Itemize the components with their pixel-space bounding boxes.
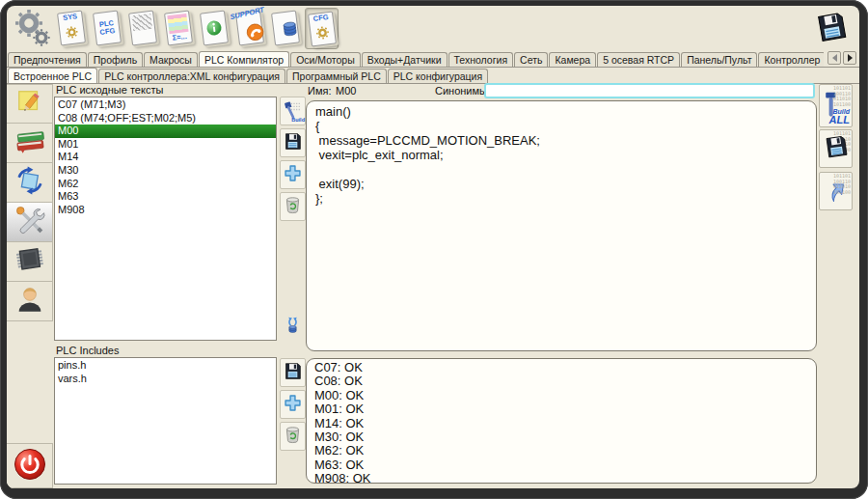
output-line: M63: OK — [314, 458, 808, 472]
trash-icon — [283, 425, 303, 449]
plc-sub-tab-bar: Встроенное PLCPLC контроллера:XML конфиг… — [7, 68, 859, 84]
source-item[interactable]: M908 — [55, 204, 276, 217]
tab[interactable]: Профиль — [88, 52, 143, 67]
plc-cfg-button[interactable]: PLC CFG — [91, 8, 124, 49]
main-toolbar: SYS PLC CFG Σ=.. — [7, 6, 859, 50]
include-item[interactable]: vars.h — [55, 373, 276, 386]
synonyms-label: Синонимы: — [435, 85, 490, 97]
build-source-button[interactable]: Build — [280, 97, 306, 125]
settings-gears-button[interactable] — [13, 8, 53, 48]
save-source-button[interactable] — [280, 128, 306, 157]
user-button[interactable] — [7, 282, 53, 321]
source-item[interactable]: C07 (M71;M3) — [55, 98, 276, 112]
build-label: Build — [291, 118, 305, 123]
notes-button[interactable] — [7, 84, 53, 124]
tab[interactable]: Входы+Датчики — [362, 52, 448, 67]
tab[interactable]: PLC Компилятор — [199, 51, 289, 67]
tab-scroll-controls — [824, 51, 859, 67]
subtab[interactable]: Встроенное PLC — [8, 68, 97, 83]
gear-icon — [64, 24, 80, 43]
person-icon — [14, 284, 45, 319]
include-item[interactable]: pins.h — [55, 359, 276, 373]
output-line: M908: OK — [314, 472, 808, 484]
save-all-button[interactable]: 101101 100110 011010 101100 — [819, 129, 853, 168]
output-line: M01: OK — [314, 402, 808, 416]
plus-icon — [283, 393, 303, 417]
tools-button[interactable] — [7, 203, 53, 242]
sys-doc-label: SYS — [58, 12, 82, 22]
output-line: M00: OK — [314, 389, 808, 402]
source-item[interactable]: M01 — [55, 138, 276, 152]
library-button[interactable] — [7, 124, 53, 163]
source-item[interactable]: M30 — [55, 164, 276, 178]
build-all-button[interactable]: 101101 100110 011010 101100 Build ALL — [819, 84, 853, 127]
subtab[interactable]: Программный PLC — [286, 69, 387, 83]
plc-sources-list[interactable]: C07 (M71;M3)C08 (M74;OFF;EST;M02;M5)M00M… — [54, 97, 277, 341]
floppy-save-icon — [283, 131, 303, 155]
hardware-button[interactable] — [7, 242, 53, 282]
db-up-arrows-icon — [283, 315, 303, 339]
save-config-button[interactable] — [809, 8, 854, 49]
delete-include-button[interactable] — [280, 422, 306, 451]
tab-scroll-left-button[interactable] — [827, 51, 841, 65]
left-sidebar — [7, 84, 53, 488]
database-button[interactable] — [269, 8, 303, 49]
plc-cfg-doc-label: PLC CFG — [95, 18, 120, 37]
add-source-button[interactable] — [280, 160, 306, 189]
tab[interactable]: Камера — [549, 52, 596, 67]
plc-sub-tabs: Встроенное PLCPLC контроллера:XML конфиг… — [8, 68, 859, 83]
output-line: C08: OK — [314, 374, 808, 388]
source-item[interactable]: M00 — [55, 125, 276, 138]
add-include-button[interactable] — [280, 390, 306, 419]
info-doc-button[interactable] — [198, 8, 231, 49]
delete-source-button[interactable] — [280, 192, 306, 221]
tab[interactable]: Панель/Пульт — [681, 52, 757, 67]
support-button[interactable]: SUPPORT — [233, 8, 267, 49]
subtab[interactable]: PLC конфигурация — [388, 69, 488, 83]
pattern-doc-button[interactable] — [126, 8, 160, 49]
sync-up-button[interactable] — [280, 312, 306, 341]
tab[interactable]: Макросы — [144, 52, 198, 67]
cfg-button[interactable]: CFG — [305, 8, 339, 49]
body-row: PLC исходные тексты C07 (M71;M3)C08 (M74… — [7, 84, 859, 488]
tab[interactable]: Сеть — [514, 52, 548, 67]
sigma-doc-icon: Σ=... — [164, 10, 193, 45]
main-tab-bar: ПредпочтенияПрофильМакросыPLC Компилятор… — [7, 50, 859, 68]
build-output[interactable]: C07: OKC08: OKM00: OKM01: OKM14: OKM30: … — [306, 358, 817, 484]
tab[interactable]: Предпочтения — [8, 52, 87, 67]
tab-scroll-right-button[interactable] — [843, 51, 856, 65]
main-area: PLC исходные тексты C07 (M71;M3)C08 (M74… — [53, 84, 859, 488]
source-item[interactable]: M14 — [55, 151, 276, 164]
synonyms-input[interactable] — [484, 83, 815, 98]
pattern-doc-icon — [128, 10, 157, 45]
tab[interactable]: Оси/Моторы — [290, 52, 361, 67]
save-include-button[interactable] — [280, 358, 306, 387]
send-to-controller-button[interactable]: 101101 100110 011010 101100 — [819, 172, 853, 210]
name-label: Имя: — [308, 85, 331, 97]
cfg-doc-icon: CFG — [308, 11, 337, 46]
output-line: M62: OK — [314, 444, 808, 457]
trash-icon — [283, 195, 303, 219]
subtab[interactable]: PLC контроллера:XML конфигурация — [98, 69, 285, 83]
plc-includes-list[interactable]: pins.hvars.h — [54, 357, 277, 485]
source-item[interactable]: M63 — [55, 190, 276, 204]
refresh-button[interactable] — [7, 163, 53, 203]
main-tabs: ПредпочтенияПрофильМакросыPLC Компилятор… — [8, 50, 824, 67]
includes-panel-title: PLC Includes — [56, 345, 119, 356]
cfg-doc-label: CFG — [309, 13, 333, 23]
output-line: M14: OK — [314, 417, 808, 430]
tab[interactable]: Технология — [448, 52, 514, 67]
sys-config-button[interactable]: SYS — [55, 8, 89, 49]
books-icon — [14, 125, 45, 160]
rotate-arrows-icon — [14, 165, 45, 200]
tab[interactable]: Контроллер — [758, 52, 824, 67]
plus-icon — [283, 163, 303, 187]
power-button[interactable] — [7, 443, 53, 488]
source-item[interactable]: C08 (M74;OFF;EST;M02;M5) — [55, 112, 276, 125]
build-hammer-icon — [819, 92, 844, 121]
sources-panel-title: PLC исходные тексты — [56, 84, 163, 96]
source-item[interactable]: M62 — [55, 178, 276, 191]
plc-code-editor[interactable]: main() { message=PLCCMD_MOTION_BREAK; ve… — [306, 100, 817, 351]
tab[interactable]: 5 осевая RTCP — [597, 52, 680, 67]
sigma-report-button[interactable]: Σ=... — [162, 8, 196, 49]
